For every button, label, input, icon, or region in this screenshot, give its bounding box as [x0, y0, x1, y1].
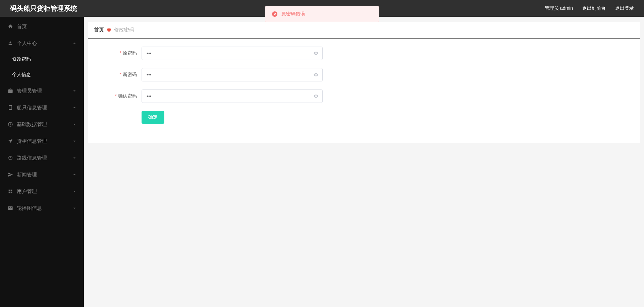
sidebar-item-personal[interactable]: 个人中心: [0, 35, 84, 52]
sidebar-item-label: 个人中心: [17, 40, 37, 47]
password-form: *原密码 *新密码 *确认密码: [88, 47, 640, 134]
breadcrumb-current: 修改密码: [114, 27, 134, 33]
chevron-down-icon: [72, 105, 77, 110]
eye-icon[interactable]: [313, 72, 319, 77]
sidebar-item-personal-info[interactable]: 个人信息: [0, 67, 84, 82]
sidebar-item-change-password[interactable]: 修改密码: [0, 52, 84, 67]
sidebar-item-label: 轮播图信息: [17, 205, 42, 211]
sidebar-item-label: 修改密码: [12, 56, 31, 62]
new-password-input[interactable]: [142, 68, 323, 81]
main-content: 首页 修改密码 *原密码 *新密码 *确认密码: [84, 17, 644, 307]
home-icon: [7, 23, 13, 29]
sidebar-item-label: 基础数据管理: [17, 121, 47, 128]
confirm-password-label: *确认密码: [101, 93, 142, 99]
chevron-up-icon: [72, 41, 77, 46]
form-row-old-password: *原密码: [101, 47, 627, 60]
app-title: 码头船只货柜管理系统: [10, 4, 77, 13]
error-notification: ✕ 原密码错误: [265, 6, 379, 22]
breadcrumb: 首页 修改密码: [88, 22, 640, 39]
sidebar-item-ship[interactable]: 船只信息管理: [0, 99, 84, 116]
exit-front-button[interactable]: 退出到前台: [582, 5, 606, 11]
old-password-label: *原密码: [101, 50, 142, 56]
header-actions: 管理员 admin 退出到前台 退出登录: [545, 5, 634, 11]
logout-button[interactable]: 退出登录: [615, 5, 634, 11]
content-card: 首页 修改密码 *原密码 *新密码 *确认密码: [88, 22, 640, 143]
sidebar: 首页 个人中心 修改密码 个人信息 管理员管理 船只信息管理 基础数据管理 货柜…: [0, 17, 84, 307]
briefcase-icon: [7, 88, 13, 94]
confirm-password-input[interactable]: [142, 89, 323, 103]
sidebar-item-label: 船只信息管理: [17, 105, 47, 111]
form-row-new-password: *新密码: [101, 68, 627, 81]
sidebar-item-label: 首页: [17, 23, 27, 30]
location-icon: [7, 138, 13, 144]
sidebar-item-label: 个人信息: [12, 72, 31, 78]
send-icon: [7, 172, 13, 178]
error-text: 原密码错误: [281, 11, 305, 17]
sidebar-item-admin[interactable]: 管理员管理: [0, 82, 84, 99]
chevron-down-icon: [72, 155, 77, 161]
form-actions: 确定: [101, 111, 627, 124]
mail-icon: [7, 205, 13, 211]
error-icon: ✕: [272, 11, 277, 17]
eye-icon[interactable]: [313, 51, 319, 56]
sidebar-item-container[interactable]: 货柜信息管理: [0, 133, 84, 149]
sidebar-item-label: 路线信息管理: [17, 155, 47, 161]
old-password-input[interactable]: [142, 47, 323, 60]
chevron-down-icon: [72, 172, 77, 177]
eye-icon[interactable]: [313, 94, 319, 99]
sidebar-item-label: 货柜信息管理: [17, 138, 47, 144]
person-icon: [7, 40, 13, 46]
sidebar-item-label: 新闻管理: [17, 172, 37, 178]
chevron-down-icon: [72, 189, 77, 194]
clock-icon: [7, 121, 13, 127]
chevron-down-icon: [72, 205, 77, 211]
sidebar-item-home[interactable]: 首页: [0, 18, 84, 35]
sidebar-item-carousel[interactable]: 轮播图信息: [0, 200, 84, 217]
phone-icon: [7, 105, 13, 111]
user-label[interactable]: 管理员 admin: [545, 5, 573, 11]
submit-button[interactable]: 确定: [142, 111, 164, 124]
grid-icon: [7, 188, 13, 194]
sidebar-item-route[interactable]: 路线信息管理: [0, 149, 84, 166]
chevron-down-icon: [72, 138, 77, 144]
power-icon: [7, 155, 13, 161]
form-row-confirm-password: *确认密码: [101, 89, 627, 103]
chevron-down-icon: [72, 122, 77, 127]
new-password-label: *新密码: [101, 72, 142, 78]
sidebar-item-news[interactable]: 新闻管理: [0, 166, 84, 183]
sidebar-item-basedata[interactable]: 基础数据管理: [0, 116, 84, 133]
sidebar-item-user[interactable]: 用户管理: [0, 183, 84, 200]
chevron-down-icon: [72, 88, 77, 94]
breadcrumb-home[interactable]: 首页: [94, 27, 104, 33]
sidebar-item-label: 用户管理: [17, 188, 37, 195]
sidebar-item-label: 管理员管理: [17, 88, 42, 94]
heart-icon: [107, 28, 111, 33]
